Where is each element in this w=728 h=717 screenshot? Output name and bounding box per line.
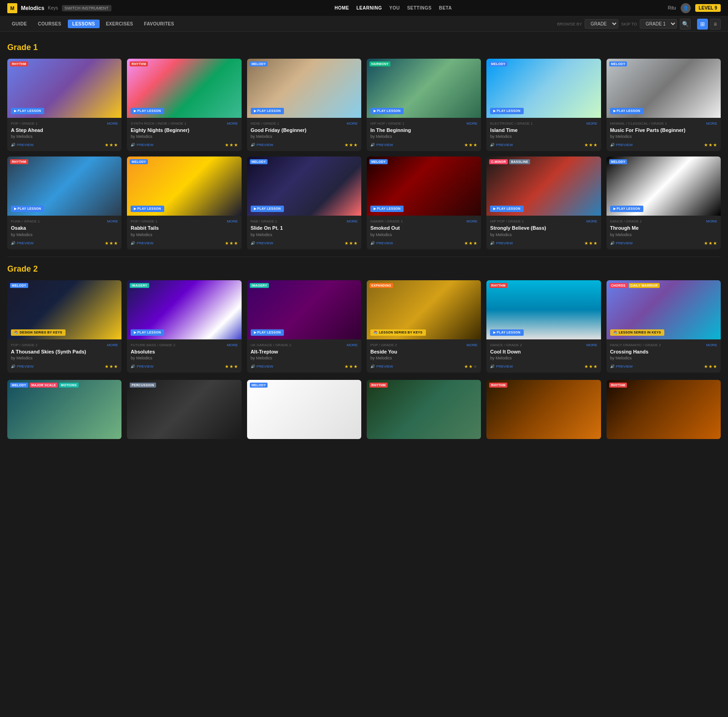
lesson-card-osaka[interactable]: RHYTHM ▶ PLAY LESSON FUNK / GRADE 1 MORE… bbox=[7, 157, 121, 249]
grade-filter[interactable]: GRADE bbox=[585, 19, 618, 29]
card-more-button[interactable]: MORE bbox=[227, 219, 238, 223]
play-lesson-button[interactable]: ▶ PLAY LESSON bbox=[490, 108, 523, 114]
lesson-card-card-shapes[interactable]: MELODY bbox=[247, 380, 361, 439]
lesson-card-card-monstera[interactable]: RHYTHM bbox=[367, 380, 481, 439]
play-lesson-button[interactable]: ▶ PLAY LESSON bbox=[610, 206, 643, 212]
card-image: MELODY ▶ PLAY LESSON bbox=[607, 59, 721, 118]
preview-button[interactable]: 🔊 PREVIEW bbox=[131, 143, 153, 147]
card-more-button[interactable]: MORE bbox=[347, 219, 358, 223]
card-title: Good Friday (Beginner) bbox=[251, 127, 358, 133]
card-more-button[interactable]: MORE bbox=[227, 121, 238, 126]
play-lesson-button[interactable]: ▶ PLAY LESSON bbox=[490, 206, 523, 212]
play-lesson-button[interactable]: ▶ PLAY LESSON bbox=[251, 108, 284, 114]
card-more-button[interactable]: MORE bbox=[107, 343, 118, 347]
preview-button[interactable]: 🔊 PREVIEW bbox=[11, 364, 34, 369]
grid-view-button[interactable]: ⊞ bbox=[697, 19, 708, 30]
lesson-card-music-five-parts[interactable]: MELODY ▶ PLAY LESSON MINIMAL / CLASSICAL… bbox=[607, 59, 721, 151]
subnav-guide[interactable]: GUIDE bbox=[7, 20, 31, 28]
switch-instrument-button[interactable]: SWITCH INSTRUMENT bbox=[62, 5, 111, 11]
lesson-card-crossing-hands[interactable]: CHORDS DAILY WARRIOR 📚 LESSON SERIES IN … bbox=[607, 280, 721, 373]
nav-beta[interactable]: BETA bbox=[439, 5, 452, 10]
card-more-button[interactable]: MORE bbox=[466, 219, 477, 223]
card-more-button[interactable]: MORE bbox=[107, 219, 118, 223]
lesson-card-card-bokeh2[interactable]: RHYTHM bbox=[607, 380, 721, 439]
card-more-button[interactable]: MORE bbox=[347, 121, 358, 126]
nav-home[interactable]: HOME bbox=[334, 5, 349, 10]
avatar[interactable]: 👤 bbox=[681, 3, 691, 13]
lesson-card-beside-you[interactable]: EXPANDING 📚 LESSON SERIES BY KEYS POP / … bbox=[367, 280, 481, 373]
lesson-card-slide-on-pt1[interactable]: MELODY ▶ PLAY LESSON R&B / GRADE 1 MORE … bbox=[247, 157, 361, 249]
lesson-card-a-step-ahead[interactable]: RHYTHM ▶ PLAY LESSON POP / GRADE 1 MORE … bbox=[7, 59, 121, 151]
preview-button[interactable]: 🔊 PREVIEW bbox=[131, 241, 153, 245]
subnav-courses[interactable]: COURSES bbox=[33, 20, 66, 28]
card-more-button[interactable]: MORE bbox=[706, 219, 717, 223]
preview-icon: 🔊 bbox=[610, 364, 615, 369]
card-more-button[interactable]: MORE bbox=[466, 343, 477, 347]
lesson-card-smoked-out[interactable]: MELODY ▶ PLAY LESSON GAMER / GRADE 1 MOR… bbox=[367, 157, 481, 249]
preview-button[interactable]: 🔊 PREVIEW bbox=[490, 143, 513, 147]
card-more-button[interactable]: MORE bbox=[706, 343, 717, 347]
preview-button[interactable]: 🔊 PREVIEW bbox=[490, 241, 513, 245]
lesson-card-absolutes[interactable]: IMAGERY ▶ PLAY LESSON FUTURE BASS / GRAD… bbox=[127, 280, 241, 373]
play-lesson-button[interactable]: ▶ PLAY LESSON bbox=[251, 329, 284, 336]
play-lesson-button[interactable]: ▶ PLAY LESSON bbox=[251, 206, 284, 212]
preview-button[interactable]: 🔊 PREVIEW bbox=[610, 143, 633, 147]
play-lesson-button[interactable]: ▶ PLAY LESSON bbox=[610, 108, 643, 114]
preview-button[interactable]: 🔊 PREVIEW bbox=[610, 364, 633, 369]
card-more-button[interactable]: MORE bbox=[466, 121, 477, 126]
lesson-card-in-the-beginning[interactable]: HARMONY ▶ PLAY LESSON HIP HOP / GRADE 1 … bbox=[367, 59, 481, 151]
card-more-button[interactable]: MORE bbox=[227, 343, 238, 347]
preview-button[interactable]: 🔊 PREVIEW bbox=[251, 143, 273, 147]
preview-button[interactable]: 🔊 PREVIEW bbox=[370, 143, 393, 147]
play-lesson-button[interactable]: ▶ PLAY LESSON bbox=[11, 206, 44, 212]
play-lesson-button[interactable]: ▶ PLAY LESSON bbox=[370, 108, 404, 114]
lesson-card-card-bokeh[interactable]: RHYTHM bbox=[486, 380, 601, 439]
card-body: POP / GRADE 1 MORE Rabbit Tails by Melod… bbox=[127, 216, 241, 249]
preview-button[interactable]: 🔊 PREVIEW bbox=[131, 364, 153, 369]
preview-button[interactable]: 🔊 PREVIEW bbox=[11, 241, 34, 245]
lesson-card-eighty-nights[interactable]: RHYTHM ▶ PLAY LESSON SYNTH ROCK / INDIE … bbox=[127, 59, 241, 151]
card-more-button[interactable]: MORE bbox=[586, 121, 597, 126]
subnav-favourites[interactable]: FAVOURITES bbox=[140, 20, 179, 28]
card-more-button[interactable]: MORE bbox=[107, 121, 118, 126]
lesson-card-card-dark[interactable]: PERCUSSION bbox=[127, 380, 241, 439]
lesson-card-cool-it-down[interactable]: RHYTHM ▶ PLAY LESSON DANCE / GRADE 2 MOR… bbox=[486, 280, 601, 373]
preview-button[interactable]: 🔊 PREVIEW bbox=[610, 241, 633, 245]
nav-settings[interactable]: SETTINGS bbox=[407, 5, 432, 10]
play-lesson-button[interactable]: ▶ PLAY LESSON bbox=[490, 329, 523, 336]
lesson-card-good-friday[interactable]: MELODY ▶ PLAY LESSON INDIE / GRADE 1 MOR… bbox=[247, 59, 361, 151]
play-lesson-button[interactable]: ▶ PLAY LESSON bbox=[131, 108, 164, 114]
lesson-card-through-me[interactable]: MELODY ▶ PLAY LESSON DANCE / GRADE 1 MOR… bbox=[607, 157, 721, 249]
lesson-card-thousand-skies[interactable]: MELODY 📚 DESIGN SERIES BY KEYS POP / GRA… bbox=[7, 280, 121, 373]
nav-learning[interactable]: LEARNING bbox=[356, 5, 382, 10]
subnav-exercises[interactable]: EXERCISES bbox=[101, 20, 138, 28]
card-more-button[interactable]: MORE bbox=[586, 219, 597, 223]
card-more-button[interactable]: MORE bbox=[586, 343, 597, 347]
preview-button[interactable]: 🔊 PREVIEW bbox=[370, 364, 393, 369]
preview-button[interactable]: 🔊 PREVIEW bbox=[251, 364, 273, 369]
preview-button[interactable]: 🔊 PREVIEW bbox=[370, 241, 393, 245]
preview-button[interactable]: 🔊 PREVIEW bbox=[251, 241, 273, 245]
card-more-button[interactable]: MORE bbox=[706, 121, 717, 126]
lesson-card-rabbit-tails[interactable]: MELODY ▶ PLAY LESSON POP / GRADE 1 MORE … bbox=[127, 157, 241, 249]
card-more-button[interactable]: MORE bbox=[347, 343, 358, 347]
lesson-card-strongly-believe[interactable]: C-MINOR BASSLINE ▶ PLAY LESSON HIP POP /… bbox=[486, 157, 601, 249]
lesson-card-island-time[interactable]: MELODY ▶ PLAY LESSON ELECTRONIC / GRADE … bbox=[486, 59, 601, 151]
preview-icon: 🔊 bbox=[490, 241, 495, 245]
play-lesson-button[interactable]: ▶ PLAY LESSON bbox=[11, 108, 44, 114]
play-lesson-button[interactable]: ▶ PLAY LESSON bbox=[370, 206, 404, 212]
play-lesson-button[interactable]: ▶ PLAY LESSON bbox=[131, 329, 164, 336]
preview-button[interactable]: 🔊 PREVIEW bbox=[11, 143, 34, 147]
search-button[interactable]: 🔍 bbox=[680, 19, 691, 30]
play-lesson-button[interactable]: ▶ PLAY LESSON bbox=[131, 206, 164, 212]
subnav-lessons[interactable]: LESSONS bbox=[68, 20, 100, 28]
nav-you[interactable]: YOU bbox=[389, 5, 399, 10]
lesson-card-alt-treptow[interactable]: IMAGERY ▶ PLAY LESSON UK GARAGE / GRADE … bbox=[247, 280, 361, 373]
card-body: POP / GRADE 1 MORE A Step Ahead by Melod… bbox=[7, 118, 121, 151]
star-2: ★ bbox=[473, 142, 477, 147]
preview-button[interactable]: 🔊 PREVIEW bbox=[490, 364, 513, 369]
list-view-button[interactable]: ≡ bbox=[710, 19, 721, 30]
lesson-card-card-teal[interactable]: MELODY MAJOR SCALEMOTIONS bbox=[7, 380, 121, 439]
skip-to-filter[interactable]: GRADE 1 GRADE 2 GRADE 3 bbox=[640, 19, 677, 29]
preview-icon: 🔊 bbox=[251, 364, 255, 369]
